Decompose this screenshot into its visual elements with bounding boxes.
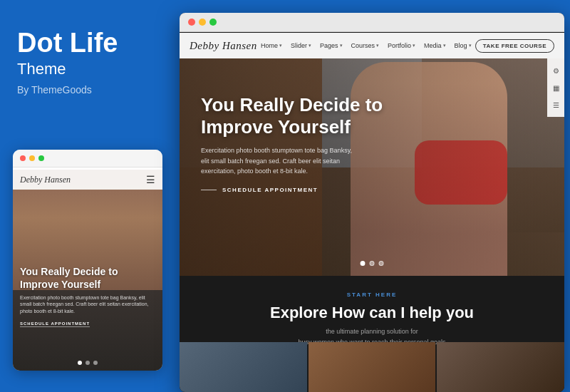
- explore-subtext-line1: the ultimate planning solution for: [326, 328, 418, 335]
- chevron-down-icon: ▾: [340, 43, 343, 48]
- desktop-preview: Debby Hansen Home ▾ Slider ▾ Pages ▾ Cou…: [180, 13, 564, 392]
- thumbnail-3: [437, 342, 564, 392]
- mobile-hero-body: Exercitation photo booth stumptown tote …: [20, 294, 155, 315]
- desktop-bottom-section: START HERE Explore How can I help you th…: [180, 276, 564, 392]
- hero-heading-line2: Improve Yourself: [201, 116, 351, 138]
- theme-subtitle: Theme: [17, 60, 154, 78]
- theme-by: By ThemeGoods: [17, 84, 154, 96]
- chevron-down-icon: ▾: [413, 43, 415, 48]
- theme-title: Dot Life: [17, 29, 154, 58]
- mobile-hero-title: You Really Decide to Improve Yourself: [20, 265, 155, 291]
- nav-link-pages[interactable]: Pages ▾: [320, 42, 343, 49]
- mobile-hero-content: You Really Decide to Improve Yourself Ex…: [20, 265, 155, 328]
- mobile-logo: Debby Hansen: [20, 175, 71, 185]
- mobile-schedule-button[interactable]: SCHEDULE APPOINTMENT: [20, 321, 90, 327]
- bottom-thumbnails: [180, 342, 564, 392]
- desktop-dot-yellow: [199, 19, 206, 26]
- chevron-down-icon: ▾: [443, 43, 446, 48]
- nav-link-slider[interactable]: Slider ▾: [291, 42, 311, 49]
- take-free-course-button[interactable]: TAKE FREE COURSE: [475, 39, 554, 53]
- mobile-page-dot-1: [78, 361, 82, 365]
- desktop-sidebar-icons: ⚙ ▦ ☰: [547, 58, 564, 117]
- chevron-down-icon: ▾: [279, 43, 282, 48]
- hero-schedule-row: SCHEDULE APPOINTMENT: [201, 187, 383, 193]
- mobile-page-dot-2: [86, 361, 90, 365]
- mobile-pagination: [13, 361, 162, 365]
- chevron-down-icon: ▾: [309, 43, 311, 48]
- chevron-down-icon: ▾: [376, 43, 379, 48]
- thumbnail-1: [180, 342, 307, 392]
- explore-heading: Explore How can I help you: [270, 304, 474, 322]
- mobile-dots-bar: [13, 150, 162, 167]
- hero-pagination: [361, 261, 384, 266]
- desktop-dots-bar: [180, 13, 564, 32]
- grid-icon[interactable]: ▦: [551, 83, 561, 93]
- hero-schedule-button[interactable]: SCHEDULE APPOINTMENT: [222, 187, 318, 193]
- hero-page-dot-1: [361, 261, 366, 266]
- mobile-hero: You Really Decide to Improve Yourself Ex…: [13, 170, 162, 371]
- mobile-preview: Debby Hansen ☰ You Really Decide to Impr…: [13, 150, 162, 371]
- start-here-label: START HERE: [347, 292, 398, 298]
- hero-heading: You Really Decide to Improve Yourself: [201, 94, 383, 138]
- nav-link-blog[interactable]: Blog ▾: [455, 42, 472, 49]
- thumbnail-2: [309, 342, 436, 392]
- mobile-dot-red: [20, 155, 26, 161]
- mobile-dot-green: [38, 155, 44, 161]
- desktop-nav-links: Home ▾ Slider ▾ Pages ▾ Courses ▾ Portfo…: [261, 42, 472, 49]
- nav-link-home[interactable]: Home ▾: [261, 42, 282, 49]
- left-panel: Dot Life Theme By ThemeGoods Debby Hanse…: [0, 0, 171, 392]
- mobile-nav: Debby Hansen ☰: [13, 170, 162, 190]
- menu-icon[interactable]: ☰: [551, 100, 561, 110]
- desktop-logo: Debby Hansen: [190, 40, 257, 52]
- hero-page-dot-2: [370, 261, 375, 266]
- hero-content: You Really Decide to Improve Yourself Ex…: [201, 94, 383, 193]
- settings-icon[interactable]: ⚙: [551, 66, 561, 76]
- desktop-dot-green: [209, 19, 217, 26]
- hero-body-text: Exercitation photo booth stumptown tote …: [201, 145, 358, 176]
- nav-link-media[interactable]: Media ▾: [424, 42, 446, 49]
- hero-heading-line1: You Really Decide to: [201, 94, 383, 115]
- chevron-down-icon: ▾: [469, 43, 472, 48]
- mobile-dot-yellow: [29, 155, 35, 161]
- desktop-hero: You Really Decide to Improve Yourself Ex…: [180, 58, 564, 276]
- hero-schedule-line: [201, 190, 217, 190]
- nav-link-courses[interactable]: Courses ▾: [351, 42, 380, 49]
- nav-link-portfolio[interactable]: Portfolio ▾: [388, 42, 415, 49]
- hero-page-dot-3: [379, 261, 384, 266]
- desktop-dot-red: [188, 19, 195, 26]
- desktop-nav: Debby Hansen Home ▾ Slider ▾ Pages ▾ Cou…: [180, 33, 564, 58]
- mobile-page-dot-3: [93, 361, 98, 365]
- mobile-hamburger-icon[interactable]: ☰: [146, 174, 155, 185]
